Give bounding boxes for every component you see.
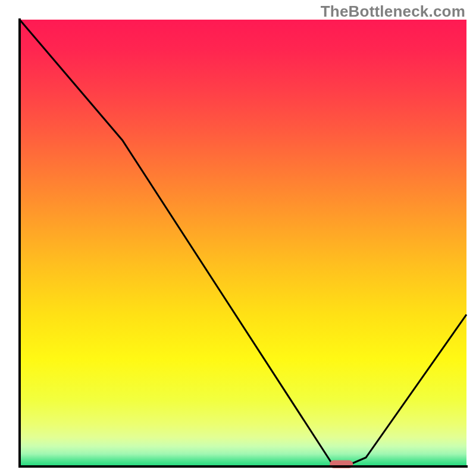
watermark-label: TheBottleneck.com <box>321 2 465 21</box>
chart-container: TheBottleneck.com <box>0 0 476 476</box>
bottleneck-chart <box>0 0 476 476</box>
plot-background <box>20 20 466 466</box>
